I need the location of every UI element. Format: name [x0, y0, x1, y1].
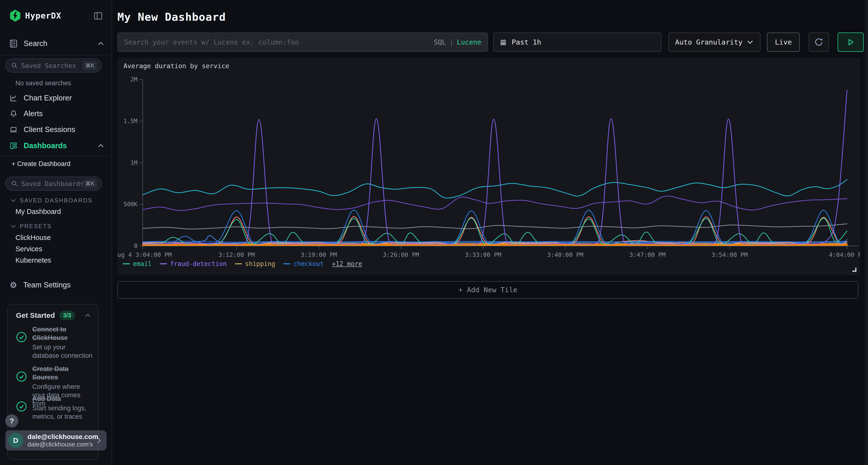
sidebar-item-team-settings[interactable]: ⚙ Team Settings — [10, 279, 104, 291]
saved-dashboards-section-header[interactable]: SAVED DASHBOARDS — [10, 197, 93, 204]
get-started-title: Get Started — [16, 311, 55, 320]
progress-badge: 3/3 — [59, 311, 75, 320]
logo-text: HyperDX — [25, 11, 61, 21]
checklist-item-desc: Start sending logs, metrics, or traces — [32, 404, 93, 421]
gear-icon: ⚙ — [10, 281, 17, 289]
svg-text:Aug 4 3:04:00 PM: Aug 4 3:04:00 PM — [117, 251, 172, 258]
checklist-item-title: Connect to ClickHouse — [32, 325, 93, 342]
chart-tile[interactable]: Average duration by service 2M1.5M1M500K… — [117, 58, 860, 275]
check-circle-icon — [16, 401, 27, 412]
checklist-item-desc: Set up your database connection — [32, 343, 93, 360]
saved-dashboards-field[interactable] — [21, 180, 83, 188]
divider — [0, 55, 112, 56]
granularity-select[interactable]: Auto Granularity — [669, 33, 761, 52]
saved-searches-field[interactable] — [21, 62, 83, 69]
run-query-button[interactable] — [838, 33, 864, 52]
legend-item-fraud-detection[interactable]: fraud-detection — [160, 260, 227, 267]
sidebar-item-clickhouse[interactable]: ClickHouse — [16, 234, 51, 242]
line-chart: 2M1.5M1M500K0Aug 4 3:04:00 PM3:12:00 PM3… — [117, 58, 860, 275]
app-window: HyperDX Search ⌘K No saved searc — [0, 0, 868, 465]
section-label: PRESETS — [20, 223, 52, 230]
search-icon — [11, 180, 18, 187]
time-range-picker[interactable]: Past 1h — [493, 33, 661, 52]
live-label: Live — [775, 38, 792, 46]
live-button[interactable]: Live — [767, 33, 800, 52]
legend-more-link[interactable]: +12 more — [332, 260, 362, 267]
sidebar-item-label: Client Sessions — [24, 125, 75, 134]
section-label: SAVED DASHBOARDS — [20, 197, 93, 204]
granularity-value: Auto Granularity — [675, 38, 742, 46]
legend-item-checkout[interactable]: checkout — [283, 260, 323, 267]
chevron-down-icon — [10, 198, 17, 203]
lucene-mode-toggle[interactable]: Lucene — [457, 38, 481, 46]
legend-label: fraud-detection — [170, 260, 227, 267]
event-search-bar[interactable]: SQL | Lucene — [117, 33, 488, 52]
chart-legend: email fraud-detection shipping checkout … — [123, 260, 362, 267]
help-button[interactable]: ? — [5, 414, 18, 427]
sql-mode-toggle[interactable]: SQL — [434, 38, 446, 46]
svg-text:0: 0 — [134, 243, 137, 250]
svg-text:3:47:00 PM: 3:47:00 PM — [629, 251, 666, 258]
divider — [0, 156, 112, 156]
svg-text:2M: 2M — [130, 76, 137, 83]
legend-swatch — [160, 263, 167, 264]
chevron-up-icon — [97, 143, 104, 148]
chevron-right-icon — [96, 437, 102, 444]
logo-row[interactable]: HyperDX — [10, 10, 104, 22]
sidebar-item-my-dashboard[interactable]: My Dashboard — [16, 208, 61, 215]
chevron-down-icon — [746, 40, 754, 44]
svg-text:3:40:00 PM: 3:40:00 PM — [547, 251, 584, 258]
svg-text:3:54:00 PM: 3:54:00 PM — [712, 251, 748, 258]
sidebar-item-dashboards[interactable]: Dashboards — [10, 140, 104, 151]
saved-dashboards-input[interactable]: ⌘K — [5, 176, 102, 191]
sidebar-item-client-sessions[interactable]: Client Sessions — [10, 124, 104, 135]
sidebar-item-services[interactable]: Services — [16, 245, 42, 253]
sidebar-item-search[interactable]: Search — [10, 38, 104, 49]
dashboards-icon — [10, 142, 18, 150]
time-range-value: Past 1h — [512, 38, 541, 46]
checklist-item-title: Add Data — [32, 395, 93, 403]
legend-label: checkout — [293, 260, 323, 267]
sidebar-item-label: Team Settings — [23, 281, 70, 289]
svg-text:3:33:00 PM: 3:33:00 PM — [465, 251, 501, 258]
legend-item-email[interactable]: email — [123, 260, 152, 267]
no-saved-searches-note: No saved searches — [16, 79, 71, 87]
play-icon — [846, 38, 855, 46]
scrollbar[interactable] — [865, 0, 868, 465]
svg-text:500K: 500K — [123, 201, 137, 208]
saved-searches-input[interactable]: ⌘K — [5, 59, 102, 72]
checklist-item[interactable]: Connect to ClickHouse Set up your databa… — [16, 325, 93, 360]
check-circle-icon — [16, 332, 27, 343]
event-search-input[interactable] — [124, 38, 434, 46]
svg-text:3:26:00 PM: 3:26:00 PM — [383, 251, 419, 258]
refresh-icon — [814, 37, 824, 47]
sidebar-item-alerts[interactable]: Alerts — [10, 108, 104, 119]
get-started-header[interactable]: Get Started 3/3 — [16, 311, 91, 320]
tile-resize-handle[interactable] — [852, 268, 857, 272]
mode-divider: | — [450, 38, 454, 46]
hyperdx-logo-icon — [10, 10, 21, 22]
create-dashboard-button[interactable]: + Create Dashboard — [11, 160, 70, 168]
svg-text:3:12:00 PM: 3:12:00 PM — [218, 251, 255, 258]
chevron-up-icon — [97, 41, 104, 46]
user-email: dale@clickhouse.com — [28, 433, 96, 441]
sidebar-item-chart-explorer[interactable]: Chart Explorer — [10, 93, 104, 103]
legend-item-shipping[interactable]: shipping — [235, 260, 275, 267]
checklist-item[interactable]: Add Data Start sending logs, metrics, or… — [16, 395, 93, 421]
presets-section-header[interactable]: PRESETS — [10, 223, 52, 230]
svg-text:1M: 1M — [130, 160, 137, 166]
checklist-item-title: Create Data Sources — [32, 365, 93, 381]
user-menu[interactable]: D dale@clickhouse.com dale@clickhouse.co… — [5, 430, 106, 451]
chevron-up-icon — [84, 313, 91, 318]
sidebar: HyperDX Search ⌘K No saved searc — [0, 0, 112, 465]
svg-text:4:04:00 PM: 4:04:00 PM — [829, 251, 860, 258]
sidebar-item-label: Alerts — [24, 109, 43, 118]
add-new-tile-button[interactable]: + Add New Tile — [117, 281, 858, 299]
refresh-button[interactable] — [809, 33, 829, 52]
sidebar-collapse-icon[interactable] — [93, 11, 103, 21]
check-circle-icon — [16, 371, 27, 382]
chevron-down-icon — [10, 224, 17, 228]
sidebar-item-kubernetes[interactable]: Kubernetes — [16, 256, 51, 264]
shortcut-badge: ⌘K — [83, 179, 97, 189]
legend-swatch — [123, 263, 130, 264]
